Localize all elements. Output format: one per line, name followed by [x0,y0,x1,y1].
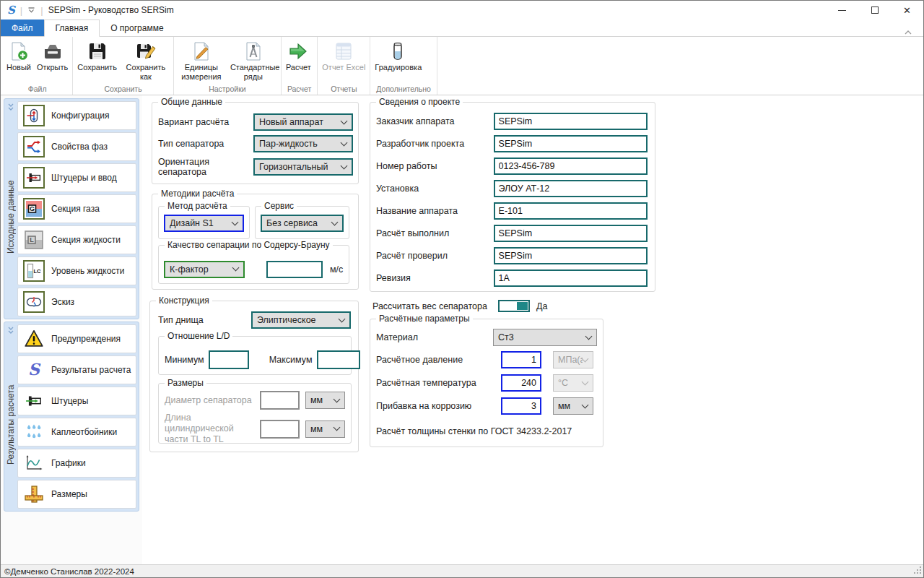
minimize-button[interactable] [826,1,858,20]
quick-access-dropdown-icon[interactable] [27,7,35,14]
sidebar-item-liquid-level[interactable]: LC Уровень жидкости [17,256,136,285]
maximize-button[interactable] [858,1,891,20]
ruler-icon [23,483,45,505]
separator-type-select[interactable]: Пар-жидкость [253,135,353,152]
group-title: Сведения о проекте [376,97,463,107]
diameter-unit-select[interactable]: мм [305,392,345,409]
field-label: Материал [376,332,493,342]
tab-about[interactable]: О программе [100,20,174,36]
checked-by-input[interactable] [494,247,648,264]
new-button[interactable]: Новый [4,38,34,72]
chevron-down-icon [341,139,348,146]
sidebar-item-label: Размеры [51,489,87,499]
gas-letter: G [30,205,35,212]
sidebar-item-label: Штуцеры [51,396,88,406]
corrosion-input[interactable] [501,397,541,415]
field-label: Заказчик аппарата [376,116,494,126]
field-label: Длина цилиндрической части TL to TL [165,413,260,445]
chevron-down-icon [232,264,240,272]
button-label: Единицы измерения [178,63,225,81]
collapse-group-icon[interactable] [7,325,14,338]
configuration-icon [23,105,45,126]
chevron-down-icon [341,117,348,124]
ld-max-input[interactable] [317,350,360,369]
sidebar-item-phase-properties[interactable]: Свойства фаз [17,132,136,161]
calc-variant-select[interactable]: Новый аппарат [253,113,353,131]
group-title: Расчётные параметры [376,314,473,324]
calc-method-select[interactable]: Дизайн S1 [164,215,244,232]
diameter-input[interactable] [260,391,300,410]
sidebar-group-strip: Результаты расчета [4,322,17,511]
corrosion-unit-select[interactable]: мм [553,397,593,415]
k-factor-select[interactable]: К-фактор [164,261,245,278]
sidebar-item-charts[interactable]: Графики [17,449,136,478]
ld-min-input[interactable] [209,350,249,369]
performed-by-input[interactable] [494,225,648,242]
sidebar-item-gas-section[interactable]: G Секция газа [17,194,136,223]
designer-input[interactable] [494,135,648,152]
pressure-unit-select[interactable]: МПа(а [553,351,593,368]
calculate-button[interactable]: Расчет [283,38,314,72]
orientation-select[interactable]: Горизонтальный [253,158,353,176]
pressure-input[interactable] [501,351,541,368]
field-label: Вариант расчёта [158,117,253,127]
chevron-down-icon [334,424,341,431]
sidebar-item-sketch[interactable]: Эскиз [17,288,136,316]
results-letter: S [28,361,41,379]
tab-home[interactable]: Главная [44,20,100,37]
sidebar-item-dimensions[interactable]: Размеры [17,480,136,509]
sidebar-group-results: Результаты расчета Предупреждения S Резу… [4,322,139,512]
status-bar: ©Демченко Станислав 2022-2024 [1,564,923,577]
collapse-group-icon[interactable] [7,102,14,115]
sidebar-item-warnings[interactable]: Предупреждения [17,324,136,353]
sidebar-item-label: Конфигурация [51,111,110,121]
save-button[interactable]: Сохранить [74,38,120,72]
sidebar-group-input-data: Исходные данные Конфигурация Свойства фа… [4,98,139,319]
job-number-input[interactable] [494,158,648,175]
cyl-length-input[interactable] [260,420,300,439]
sidebar-item-calc-results[interactable]: S Результаты расчета [17,355,136,384]
liquid-level-icon: LC [23,260,45,282]
collapse-ribbon-icon[interactable] [905,25,912,38]
maximize-icon [871,7,879,14]
temperature-input[interactable] [501,374,541,392]
selected-value: К-фактор [170,264,209,275]
speed-input[interactable] [266,261,323,278]
service-select[interactable]: Без сервиса [261,215,344,232]
save-as-button[interactable]: Сохранить как [120,38,172,81]
group-construction: Конструкция Тип днища Элиптическое Отнош… [149,301,359,452]
standard-series-button[interactable]: Стандартные ряды [227,38,279,81]
sidebar-cards: Конфигурация Свойства фаз Штуцеры и ввод [17,99,139,319]
ribbon-group-label: Отчеты [319,82,368,95]
temperature-unit-select[interactable]: °C [553,374,593,392]
excel-report-button[interactable]: Отчет Excel [319,38,368,72]
selected-value: Пар-жидкость [259,139,318,149]
length-unit-select[interactable]: мм [305,420,345,438]
weight-toggle[interactable] [498,300,530,312]
close-button[interactable]: ✕ [891,1,923,20]
group-title: Общие данные [158,97,225,107]
revision-input[interactable] [494,269,648,287]
sidebar-item-label: Каплеотбойники [51,427,117,437]
chevron-down-icon [341,162,348,169]
sidebar-item-demisters[interactable]: Каплеотбойники [17,418,136,447]
unit-plant-input[interactable] [494,180,648,197]
weight-toggle-row: Рассчитать вес сепаратора Да [372,300,547,312]
resize-grip-icon[interactable] [914,566,922,576]
tab-file[interactable]: Файл [1,20,44,36]
units-button[interactable]: Единицы измерения [175,38,227,81]
sidebar-item-nozzles[interactable]: Штуцеры [17,387,136,415]
sidebar-item-configuration[interactable]: Конфигурация [17,101,136,130]
ribbon-group-label: Файл [4,82,71,95]
apparatus-name-input[interactable] [494,202,648,220]
copyright-text: ©Демченко Станислав 2022-2024 [4,567,134,576]
sidebar-item-label: Секция газа [51,204,100,214]
graduation-button[interactable]: Градуировка [372,38,424,72]
material-select[interactable]: Ст3 [493,329,597,346]
toggle-state-label: Да [536,301,547,311]
customer-input[interactable] [494,113,648,130]
head-type-select[interactable]: Элиптическое [251,311,351,329]
sidebar-item-nozzles-inlet[interactable]: Штуцеры и ввод [17,163,136,192]
sidebar-item-liquid-section[interactable]: L Секция жидкости [17,225,136,254]
open-button[interactable]: Открыть [34,38,71,72]
